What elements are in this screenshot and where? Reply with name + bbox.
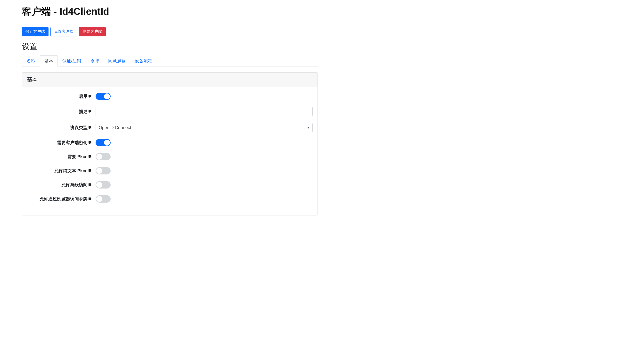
info-icon: [88, 141, 92, 144]
info-icon: [88, 155, 92, 158]
card-header: 基本: [22, 72, 318, 87]
require-client-secret-toggle[interactable]: [96, 139, 110, 146]
delete-client-button[interactable]: 删除客户端: [79, 27, 106, 36]
tab-name[interactable]: 名称: [22, 55, 40, 66]
require-client-secret-label: 需要客户端密钥: [27, 140, 96, 146]
tab-auth[interactable]: 认证/注销: [58, 55, 86, 66]
info-icon: [88, 169, 92, 172]
info-icon: [88, 184, 92, 186]
info-icon: [88, 95, 92, 98]
save-client-button[interactable]: 保存客户端: [22, 27, 48, 36]
action-buttons: 保存客户端 克隆客户端 删除客户端: [22, 27, 318, 36]
info-icon: [88, 198, 92, 201]
allow-plain-text-pkce-toggle[interactable]: [96, 167, 110, 174]
protocol-type-label: 协议类型: [27, 125, 96, 130]
clone-client-button[interactable]: 克隆客户端: [50, 27, 77, 36]
allow-browser-token-label: 允许通过浏览器访问令牌: [27, 196, 96, 202]
settings-tabs: 名称 基本 认证/注销 令牌 同意屏幕 设备流程: [22, 55, 318, 66]
tab-device[interactable]: 设备流程: [130, 55, 157, 66]
description-input[interactable]: [96, 107, 313, 116]
description-label: 描述: [27, 109, 96, 114]
settings-heading: 设置: [22, 41, 318, 52]
enabled-label: 启用: [27, 94, 96, 99]
info-icon: [88, 110, 92, 113]
basic-card: 基本 启用 描述: [22, 72, 318, 216]
allow-offline-access-label: 允许离线访问: [27, 182, 96, 188]
protocol-type-select[interactable]: OpenID Connect: [96, 123, 313, 132]
page-title: 客户端 - Id4ClientId: [22, 5, 318, 18]
allow-browser-token-toggle[interactable]: [96, 195, 110, 202]
require-pkce-label: 需要 Pkce: [27, 154, 96, 160]
tab-basic[interactable]: 基本: [40, 55, 58, 66]
require-pkce-toggle[interactable]: [96, 153, 110, 160]
allow-offline-access-toggle[interactable]: [96, 181, 110, 188]
tab-consent[interactable]: 同意屏幕: [104, 55, 130, 66]
allow-plain-text-pkce-label: 允许纯文本 Pkce: [27, 168, 96, 174]
tab-token[interactable]: 令牌: [86, 55, 104, 66]
enabled-toggle[interactable]: [96, 93, 110, 100]
info-icon: [88, 126, 92, 129]
